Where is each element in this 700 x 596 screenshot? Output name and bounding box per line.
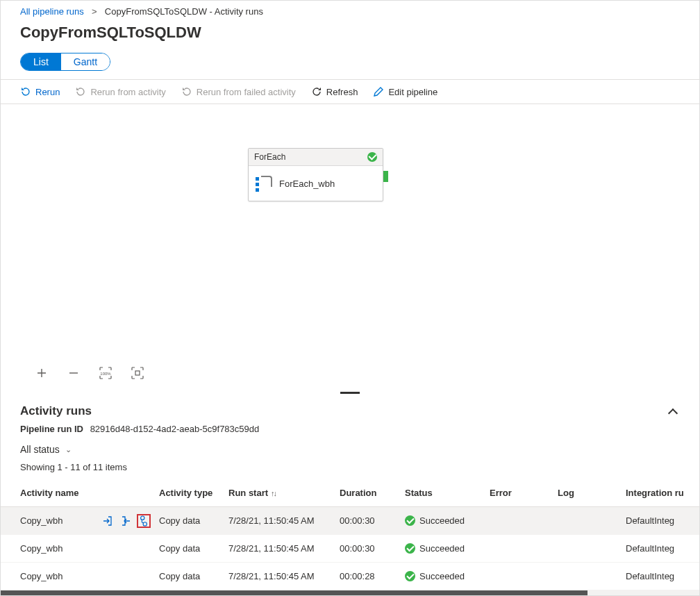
page-title: CopyFromSQLToSQLDW [1,19,699,49]
rerun-from-activity-label: Rerun from activity [90,87,165,97]
cell-activity-type: Copy data [159,515,228,526]
node-type: ForEach [254,152,285,162]
pipeline-canvas[interactable]: ForEach ForEach_wbh 100% [1,104,699,392]
cell-activity-type: Copy data [159,543,228,554]
fit-icon[interactable] [131,367,144,379]
breadcrumb-separator: > [89,6,99,17]
result-count: Showing 1 - 11 of 11 items [1,462,699,479]
view-list[interactable]: List [21,53,61,70]
rerun-icon [20,86,31,97]
success-icon [405,571,415,581]
col-activity-name[interactable]: Activity name [20,488,159,498]
rerun-from-failed-button: Rerun from failed activity [181,86,296,97]
collapse-icon[interactable] [667,405,680,417]
status-filter[interactable]: All status ⌄ [1,444,699,462]
cell-integration: DefaultInteg [626,543,700,554]
canvas-tools: 100% [35,367,144,379]
foreach-node[interactable]: ForEach ForEach_wbh [248,148,383,201]
breadcrumb-current: CopyFromSQLToSQLDW - Activity runs [105,6,263,17]
col-status[interactable]: Status [405,488,490,498]
rerun-from-failed-label: Rerun from failed activity [197,87,296,97]
input-icon[interactable] [101,514,115,528]
output-icon[interactable] [119,514,133,528]
success-check-icon [367,152,377,162]
run-id-value: 82916d48-d152-4ad2-aeab-5c9f783c59dd [90,424,260,434]
edit-pipeline-button[interactable]: Edit pipeline [373,86,438,97]
svg-rect-1 [135,371,140,375]
chevron-down-icon: ⌄ [65,445,72,454]
foreach-icon [256,176,271,191]
refresh-icon [311,86,322,97]
cell-status: Succeeded [405,543,490,554]
cell-status: Succeeded [405,515,490,526]
edit-pipeline-label: Edit pipeline [388,87,438,97]
cell-duration: 00:00:28 [340,571,405,581]
activity-grid: Activity name Activity type Run start ↑↓… [1,479,699,596]
col-activity-type[interactable]: Activity type [159,488,228,498]
cell-activity-name: Copy_wbh [20,543,62,554]
details-icon[interactable] [137,514,151,528]
activity-runs-header: Activity runs [1,395,699,422]
sort-icon: ↑↓ [271,489,276,497]
activity-runs-title: Activity runs [20,404,92,418]
zoom-in-icon[interactable] [35,367,48,379]
cell-activity-name: Copy_wbh [20,515,62,526]
rerun-from-failed-icon [181,86,192,97]
success-icon [405,515,415,526]
pane-resize-handle[interactable] [1,392,699,395]
col-error[interactable]: Error [490,488,558,498]
zoom-reset-icon[interactable]: 100% [99,367,112,379]
cell-status: Succeeded [405,571,490,581]
cell-run-start: 7/28/21, 11:50:45 AM [228,543,340,554]
pipeline-run-id: Pipeline run ID 82916d48-d152-4ad2-aeab-… [1,422,699,444]
cell-activity-type: Copy data [159,571,228,581]
node-name: ForEach_wbh [279,179,335,189]
col-integration[interactable]: Integration ru [626,488,700,498]
cell-integration: DefaultInteg [626,515,700,526]
cell-run-start: 7/28/21, 11:50:45 AM [228,571,340,581]
breadcrumb-root-link[interactable]: All pipeline runs [20,6,84,17]
edit-icon [373,86,384,97]
table-row[interactable]: Copy_wbh Copy data 7/28/21, 11:50:45 AM … [1,507,699,535]
status-filter-label: All status [20,444,60,455]
refresh-label: Refresh [326,87,358,97]
refresh-button[interactable]: Refresh [311,86,358,97]
grid-header: Activity name Activity type Run start ↑↓… [1,479,699,507]
run-id-label: Pipeline run ID [20,424,83,434]
cell-integration: DefaultInteg [626,571,700,581]
rerun-from-activity-icon [75,86,86,97]
success-icon [405,543,415,554]
zoom-out-icon[interactable] [67,367,80,379]
cell-duration: 00:00:30 [340,515,405,526]
view-gantt[interactable]: Gantt [61,53,110,70]
table-row[interactable]: Copy_wbh Copy data 7/28/21, 11:50:45 AM … [1,535,699,563]
horizontal-scrollbar[interactable] [1,590,699,596]
col-log[interactable]: Log [558,488,626,498]
breadcrumb: All pipeline runs > CopyFromSQLToSQLDW -… [1,1,699,19]
cell-activity-name: Copy_wbh [20,571,62,581]
col-duration[interactable]: Duration [340,488,405,498]
col-run-start[interactable]: Run start ↑↓ [228,488,340,498]
rerun-label: Rerun [35,87,60,97]
table-row[interactable]: Copy_wbh Copy data 7/28/21, 11:50:45 AM … [1,563,699,590]
cell-run-start: 7/28/21, 11:50:45 AM [228,515,340,526]
node-body: ForEach_wbh [249,166,383,201]
rerun-from-activity-button: Rerun from activity [75,86,165,97]
svg-text:100%: 100% [100,372,111,376]
rerun-button[interactable]: Rerun [20,86,60,97]
view-toggle: List Gantt [20,53,110,71]
toolbar: Rerun Rerun from activity Rerun from fai… [1,79,699,104]
node-header: ForEach [249,149,383,166]
cell-duration: 00:00:30 [340,543,405,554]
